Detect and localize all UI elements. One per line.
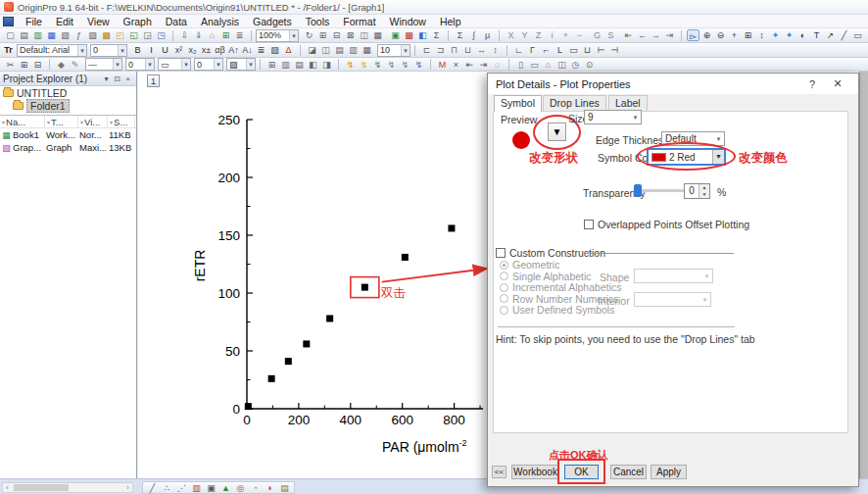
scroll-right-icon[interactable]: ›: [123, 484, 132, 491]
axes-bottom-right-icon[interactable]: L: [554, 44, 566, 56]
checkbox-icon[interactable]: [496, 248, 506, 258]
tree-item-folder1[interactable]: Folder1: [0, 99, 136, 112]
fill-color-icon[interactable]: ◆: [55, 59, 68, 71]
menu-data[interactable]: Data: [159, 16, 194, 27]
align-text-icon[interactable]: ≣: [255, 44, 267, 56]
data-point[interactable]: [362, 284, 368, 291]
new-excel-icon[interactable]: ▥: [31, 29, 44, 41]
average-icon[interactable]: μ: [481, 29, 494, 41]
data-point[interactable]: [268, 375, 275, 382]
ok-button[interactable]: OK: [564, 465, 599, 479]
line-tool-icon[interactable]: ╱: [838, 29, 850, 41]
mirror-icon[interactable]: ◫: [319, 44, 332, 56]
theme-organizer-icon[interactable]: ▣: [389, 29, 402, 41]
menu-file[interactable]: File: [19, 16, 49, 27]
font-size-combo[interactable]: 0▾: [90, 44, 127, 57]
tab-drop-lines[interactable]: Drop Lines: [543, 95, 606, 111]
quick-stats-icon[interactable]: ↯: [371, 59, 384, 71]
layer-format-icon[interactable]: ◧: [307, 59, 319, 71]
regional-data-selector-icon[interactable]: ✦: [783, 29, 796, 41]
new-project-icon[interactable]: ▢: [4, 29, 17, 41]
pattern-combo[interactable]: ▨▾: [226, 58, 256, 71]
row-format-icon[interactable]: ▤: [293, 59, 306, 71]
spin-up-icon[interactable]: ▲: [699, 184, 709, 191]
size-combo[interactable]: 9▾: [584, 110, 642, 124]
column-header-s[interactable]: ▾S...: [108, 116, 135, 127]
worksheet-view-icon[interactable]: ▦: [371, 29, 384, 41]
data-point[interactable]: [303, 340, 310, 347]
integrate-icon[interactable]: ∫: [467, 29, 480, 41]
axes-top-right-icon[interactable]: ⌐: [540, 44, 553, 56]
menu-tools[interactable]: Tools: [299, 16, 337, 27]
quick-mask-icon[interactable]: ↯: [399, 59, 411, 71]
mask-tool-icon[interactable]: ◐: [796, 29, 809, 41]
zoom-combo[interactable]: 100%▾: [256, 29, 299, 42]
info-icon[interactable]: i: [546, 29, 558, 41]
axes-top-left-icon[interactable]: Γ: [526, 44, 539, 56]
column-statistics-icon[interactable]: Σ: [454, 29, 466, 41]
border-width-combo[interactable]: 10▾: [377, 44, 410, 57]
template-plot-icon[interactable]: ▤: [278, 482, 291, 494]
save-icon[interactable]: ◳: [155, 29, 168, 41]
color-dropdown-arrow-icon[interactable]: ▼: [712, 150, 724, 164]
layout-split-icon[interactable]: ◫: [555, 59, 568, 71]
scatter-plot-icon[interactable]: ∴: [161, 482, 173, 494]
y-scale-icon[interactable]: Y: [518, 29, 531, 41]
palette-icon[interactable]: ▥: [347, 44, 360, 56]
apply-button[interactable]: Apply: [651, 465, 687, 479]
column-header-vi[interactable]: ▾Vi...: [78, 116, 108, 127]
tab-label[interactable]: Label: [608, 95, 648, 111]
radio-incremental-alphabetics[interactable]: Incremental Alphabetics: [500, 282, 621, 292]
new-function-icon[interactable]: ƒ: [72, 29, 85, 41]
z-scale-icon[interactable]: Z: [532, 29, 545, 41]
scale-snap-icon[interactable]: S: [604, 29, 617, 41]
font-tool-icon[interactable]: Tr: [2, 44, 15, 56]
distribute-h-icon[interactable]: ↔: [475, 44, 488, 56]
graph-child-window-icon[interactable]: [3, 17, 14, 26]
quick-report-icon[interactable]: ↯: [412, 59, 425, 71]
import-wizard-icon[interactable]: ⌂: [206, 29, 218, 41]
dialog-close-icon[interactable]: ✕: [825, 77, 850, 90]
zoom-in-tool-icon[interactable]: ⊕: [700, 29, 713, 41]
mask-range-icon[interactable]: M: [436, 59, 449, 71]
scroll-left-icon[interactable]: ‹: [3, 484, 12, 491]
overlapped-points-checkbox[interactable]: Overlapped Points Offset Plotting: [584, 219, 749, 230]
data-point[interactable]: [245, 403, 252, 410]
distribute-v-icon[interactable]: ↕: [489, 44, 502, 56]
data-selector-tool-icon[interactable]: ↕: [755, 29, 768, 41]
degree-icon[interactable]: ⊙: [583, 59, 596, 71]
font-combo[interactable]: Default: Arial▾: [17, 44, 87, 57]
area-plot-icon[interactable]: ▲: [219, 482, 232, 494]
checkbox-icon[interactable]: [584, 220, 594, 229]
align-top-icon[interactable]: ⊓: [448, 44, 460, 56]
subscript-icon[interactable]: x₂: [186, 44, 199, 56]
open-excel-icon[interactable]: ◱: [127, 29, 140, 41]
collapse-button[interactable]: <<: [492, 466, 506, 478]
pan-left-icon[interactable]: ←: [636, 29, 649, 41]
axes-bottom-left-icon[interactable]: ∟: [512, 44, 525, 56]
column-format-icon[interactable]: ▥: [279, 59, 292, 71]
tab-symbol[interactable]: Symbol: [494, 95, 542, 112]
style-more-icon[interactable]: ▦: [361, 44, 373, 56]
tree-item-untitled[interactable]: UNTITLED: [0, 86, 136, 99]
data-point[interactable]: [448, 224, 455, 231]
line-width-combo[interactable]: 0▾: [125, 58, 155, 71]
import-ascii-icon[interactable]: ⇩: [178, 29, 191, 41]
polar-plot-icon[interactable]: ◎: [234, 482, 247, 494]
super-subscript-icon[interactable]: x±: [200, 44, 213, 56]
menu-window[interactable]: Window: [383, 16, 433, 27]
cancel-button[interactable]: Cancel: [610, 465, 647, 479]
layout-portrait-icon[interactable]: ▯: [514, 59, 527, 71]
new-graph-icon[interactable]: ▦: [45, 29, 58, 41]
pie-plot-icon[interactable]: ◔: [249, 482, 262, 494]
pan-last-icon[interactable]: ⇥: [663, 29, 676, 41]
frame-width-combo[interactable]: 0▾: [194, 58, 223, 71]
transparency-slider[interactable]: [634, 184, 687, 198]
extract-layer-icon[interactable]: ⊠: [344, 29, 357, 41]
align-layers-icon[interactable]: ◨: [320, 59, 333, 71]
selection-on-active-plot-icon[interactable]: ✦: [769, 29, 782, 41]
layout-home-icon[interactable]: ⌂: [542, 59, 555, 71]
refresh-icon[interactable]: ↻: [303, 29, 315, 41]
line-style-combo[interactable]: —▾: [85, 58, 122, 71]
radio-geometric[interactable]: Geometric: [500, 260, 621, 270]
